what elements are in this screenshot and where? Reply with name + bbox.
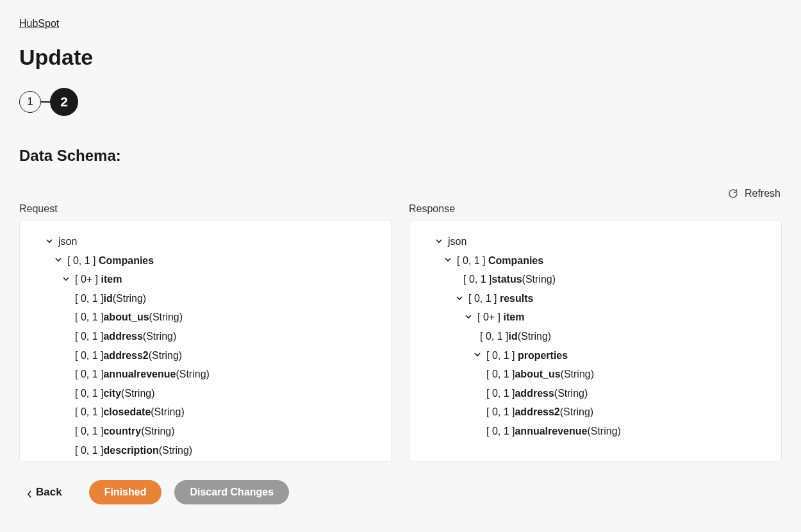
tree-cardinality: [ 0, 1 ] xyxy=(486,384,515,403)
tree-cardinality: [ 0, 1 ] xyxy=(75,365,103,384)
stepper: 1 2 xyxy=(19,88,782,116)
tree-field-name: city xyxy=(103,384,121,403)
tree-cardinality: [ 0, 1 ] xyxy=(457,251,485,270)
step-2[interactable]: 2 xyxy=(50,88,78,116)
finished-button[interactable]: Finished xyxy=(89,480,162,504)
tree-field-name: country xyxy=(103,422,141,441)
breadcrumb-hubspot[interactable]: HubSpot xyxy=(19,18,59,29)
tree-row-field[interactable]: [ 0, 1 ] annualrevenue (String) xyxy=(34,365,377,384)
chevron-left-icon xyxy=(27,488,32,496)
tree-cardinality: [ 0, 1 ] xyxy=(75,327,103,346)
step-1[interactable]: 1 xyxy=(19,91,41,113)
tree-cardinality: [ 0+ ] xyxy=(75,270,98,289)
tree-cardinality: [ 0, 1 ] xyxy=(468,289,497,308)
tree-row-field[interactable]: [ 0, 1 ] address2 (String) xyxy=(34,346,377,365)
tree-cardinality: [ 0, 1 ] xyxy=(486,346,515,365)
tree-cardinality: [ 0, 1 ] xyxy=(486,403,515,422)
request-panel: json [ 0, 1 ] Companies [ 0+ ] xyxy=(19,220,392,462)
tree-field-type: (String) xyxy=(143,327,176,346)
tree-row-item[interactable]: [ 0+ ] item xyxy=(424,308,767,327)
section-heading-data-schema: Data Schema: xyxy=(19,147,782,165)
tree-row-field[interactable]: [ 0, 1 ] address2 (String) xyxy=(424,403,767,422)
tree-row-status[interactable]: [ 0, 1 ] status (String) xyxy=(424,270,767,289)
tree-field-type: (String) xyxy=(176,365,209,384)
tree-cardinality: [ 0, 1 ] xyxy=(67,251,95,270)
tree-field-name: address2 xyxy=(515,403,559,422)
tree-row-field[interactable]: [ 0, 1 ] city (String) xyxy=(34,384,377,403)
page-title: Update xyxy=(19,45,782,70)
tree-cardinality: [ 0, 1 ] xyxy=(486,422,515,441)
tree-row-field[interactable]: [ 0, 1 ] about_us (String) xyxy=(34,308,377,327)
tree-field-name: address2 xyxy=(103,346,148,365)
tree-row-field[interactable]: [ 0, 1 ] annualrevenue (String) xyxy=(424,422,767,441)
tree-label: json xyxy=(448,232,467,251)
discard-changes-button[interactable]: Discard Changes xyxy=(174,480,289,504)
back-button[interactable]: Back xyxy=(27,486,62,499)
tree-row-id[interactable]: [ 0, 1 ] id (String) xyxy=(424,327,767,346)
tree-row-json[interactable]: json xyxy=(34,232,377,251)
tree-cardinality: [ 0, 1 ] xyxy=(75,308,103,327)
tree-row-field[interactable]: [ 0, 1 ] id (String) xyxy=(34,289,377,308)
tree-field-name: closedate xyxy=(103,403,151,422)
tree-row-field[interactable]: [ 0, 1 ] closedate (String) xyxy=(34,403,377,422)
tree-field-type: (String) xyxy=(149,346,182,365)
back-label: Back xyxy=(36,486,62,499)
tree-row-field[interactable]: [ 0, 1 ] address (String) xyxy=(34,327,377,346)
tree-row-field[interactable]: [ 0, 1 ] about_us (String) xyxy=(424,365,767,384)
tree-row-field[interactable]: [ 0, 1 ] address (String) xyxy=(424,384,767,403)
tree-cardinality: [ 0+ ] xyxy=(477,308,500,327)
tree-cardinality: [ 0, 1 ] xyxy=(75,441,103,460)
tree-field-name: annualrevenue xyxy=(103,365,176,384)
chevron-down-icon xyxy=(54,256,63,265)
tree-row-json[interactable]: json xyxy=(424,232,767,251)
tree-field-type: (String) xyxy=(151,403,184,422)
tree-row-properties[interactable]: [ 0, 1 ] properties xyxy=(424,346,767,365)
tree-field-type: (String) xyxy=(149,308,183,327)
chevron-down-icon xyxy=(456,294,465,303)
tree-row-results[interactable]: [ 0, 1 ] results xyxy=(424,289,767,308)
tree-field-name: about_us xyxy=(515,365,560,384)
tree-row-item[interactable]: [ 0+ ] item xyxy=(34,270,377,289)
refresh-label: Refresh xyxy=(745,188,780,199)
tree-cardinality: [ 0, 1 ] xyxy=(486,365,515,384)
tree-field-type: (String) xyxy=(141,422,174,441)
tree-field-name: description xyxy=(103,441,158,460)
tree-field-name: Companies xyxy=(99,251,154,270)
request-label: Request xyxy=(19,203,392,215)
tree-cardinality: [ 0, 1 ] xyxy=(75,346,103,365)
tree-field-type: (String) xyxy=(587,422,620,441)
tree-field-name: id xyxy=(103,289,112,308)
chevron-down-icon xyxy=(444,256,453,265)
chevron-down-icon xyxy=(45,237,54,246)
tree-field-type: (String) xyxy=(554,384,588,403)
chevron-down-icon xyxy=(465,313,474,322)
chevron-down-icon xyxy=(62,275,71,284)
tree-row-companies[interactable]: [ 0, 1 ] Companies xyxy=(424,251,767,270)
tree-cardinality: [ 0, 1 ] xyxy=(75,384,103,403)
tree-cardinality: [ 0, 1 ] xyxy=(75,289,103,308)
tree-field-name: id xyxy=(508,327,517,346)
tree-cardinality: [ 0, 1 ] xyxy=(75,403,103,422)
tree-field-type: (String) xyxy=(560,403,593,422)
tree-field-name: address xyxy=(103,327,142,346)
tree-cardinality: [ 0, 1 ] xyxy=(463,270,491,289)
tree-field-name: item xyxy=(101,270,122,289)
tree-field-type: (String) xyxy=(518,327,551,346)
tree-field-type: (String) xyxy=(159,441,192,460)
tree-row-companies[interactable]: [ 0, 1 ] Companies xyxy=(34,251,377,270)
tree-cardinality: [ 0, 1 ] xyxy=(480,327,508,346)
tree-row-field[interactable]: [ 0, 1 ] description (String) xyxy=(34,441,377,460)
response-label: Response xyxy=(409,203,782,215)
tree-field-type: (String) xyxy=(561,365,594,384)
tree-field-name: address xyxy=(515,384,554,403)
tree-field-type: (String) xyxy=(113,289,146,308)
tree-field-name: status xyxy=(491,270,522,289)
chevron-down-icon xyxy=(474,351,483,360)
response-panel: json [ 0, 1 ] Companies [ 0, 1 ] status … xyxy=(409,220,782,462)
tree-field-name: Companies xyxy=(488,251,543,270)
tree-field-name: properties xyxy=(518,346,568,365)
refresh-button[interactable]: Refresh xyxy=(728,188,782,199)
step-connector xyxy=(41,101,50,103)
refresh-icon xyxy=(728,188,738,199)
tree-row-field[interactable]: [ 0, 1 ] country (String) xyxy=(34,422,377,441)
